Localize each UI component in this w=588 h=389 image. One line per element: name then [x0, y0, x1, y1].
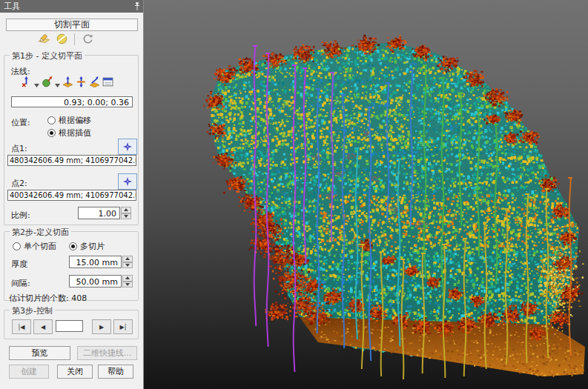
radio-single-slice[interactable]: 单个切面: [13, 241, 56, 252]
pick-point2-button[interactable]: [118, 173, 137, 190]
scale-value[interactable]: 1.00: [78, 207, 120, 219]
normal-value-field[interactable]: 0.93; 0.00; 0.36: [11, 96, 133, 107]
toolbar-separator: [74, 33, 75, 45]
go-last-button[interactable]: ▶|: [113, 319, 133, 334]
help-button[interactable]: 帮助: [98, 365, 133, 379]
dropdown-caret-icon[interactable]: [55, 76, 60, 90]
radio-dot: [47, 116, 56, 124]
close-button[interactable]: 关闭: [57, 365, 93, 379]
point1-label: 点1:: [11, 143, 27, 154]
point-cloud-canvas[interactable]: [143, 0, 588, 389]
interval-down-button[interactable]: [122, 282, 133, 288]
dialog-toolbar: [37, 32, 94, 46]
scale-down-button[interactable]: [121, 213, 131, 220]
thickness-spinner: 15.00 mm: [69, 256, 133, 268]
tools-panel: 工具 切割平面 第1步 - 定义切平面 法线: 0.: [0, 0, 144, 389]
thickness-label: 厚度: [11, 259, 27, 270]
step3-label: 第3步-控制: [10, 305, 55, 316]
slice-count-estimate: 估计切片的个数: 408: [9, 293, 87, 304]
point2-value-field[interactable]: 400342606.49 mm; 4106977042.00 mm: [7, 190, 136, 201]
point1-value-field[interactable]: 480342606.49 mm; 4106977042.00 mm: [7, 155, 136, 166]
interval-up-button[interactable]: [122, 275, 133, 282]
values-dialog-icon[interactable]: [102, 76, 113, 90]
pin-icon[interactable]: [133, 1, 141, 11]
polyline-2d-button[interactable]: 二维快捷线...: [77, 346, 137, 360]
scale-up-button[interactable]: [121, 207, 131, 213]
go-previous-button[interactable]: ◀: [33, 319, 53, 334]
dropdown-caret-icon[interactable]: [34, 76, 39, 90]
normal-icon-row: [21, 76, 113, 90]
panel-titlebar: 工具: [0, 0, 143, 13]
thickness-up-button[interactable]: [122, 256, 133, 262]
point2-label: 点2:: [11, 178, 27, 189]
step2-group: 第2步-定义切面 单个切面 多切片 厚度 15.00 mm 间隔: 50.00 …: [4, 231, 139, 301]
pick-normal-icon[interactable]: [21, 76, 32, 90]
radio-by-interpolation[interactable]: 根据插值: [47, 127, 91, 139]
radio-dot: [47, 129, 56, 137]
scale-spinner: 1.00: [78, 207, 131, 219]
pick-point1-button[interactable]: [118, 139, 137, 155]
interval-spinner: 50.00 mm: [69, 275, 133, 287]
normal-sphere-icon[interactable]: [42, 76, 53, 90]
thickness-value[interactable]: 15.00 mm: [69, 256, 122, 268]
preview-button[interactable]: 预览: [9, 346, 70, 360]
radio-single-slice-label: 单个切面: [24, 241, 56, 252]
axis-diagonal-icon[interactable]: [89, 76, 100, 90]
interval-value[interactable]: 50.00 mm: [69, 275, 122, 287]
create-button[interactable]: 创建: [9, 365, 49, 379]
sphere-plane-icon[interactable]: [55, 33, 68, 46]
radio-dot: [69, 242, 77, 250]
flip-normal-icon[interactable]: [76, 76, 87, 90]
interval-label: 间隔:: [11, 278, 30, 289]
radio-dot: [13, 242, 21, 250]
radio-by-offset[interactable]: 根据偏移: [47, 115, 91, 126]
scale-label: 比例:: [11, 210, 30, 221]
radio-multi-slice[interactable]: 多切片: [69, 241, 105, 252]
thickness-down-button[interactable]: [122, 262, 133, 269]
slice-index-field[interactable]: [56, 320, 83, 332]
radio-multi-slice-label: 多切片: [80, 241, 105, 252]
rotate-tool-icon[interactable]: [81, 33, 94, 46]
edit-plane-icon[interactable]: [37, 33, 50, 46]
radio-by-interpolation-label: 根据插值: [59, 127, 91, 139]
panel-title: 工具: [4, 1, 20, 11]
position-label: 位置:: [11, 117, 30, 128]
3d-viewport[interactable]: [143, 0, 588, 389]
normal-label: 法线:: [11, 66, 30, 77]
step2-label: 第2步-定义切面: [10, 227, 71, 238]
dialog-header: 切割平面: [6, 19, 138, 31]
step3-group: 第3步-控制 |◀ ◀ ▶ ▶|: [4, 310, 139, 339]
axis-x-icon[interactable]: [62, 76, 73, 90]
go-next-button[interactable]: ▶: [92, 319, 111, 334]
go-first-button[interactable]: |◀: [12, 319, 31, 334]
radio-by-offset-label: 根据偏移: [59, 115, 91, 126]
step1-label: 第1步 - 定义切平面: [10, 50, 85, 61]
step1-group: 第1步 - 定义切平面 法线: 0.93; 0.00; 0.36 位置: 根据偏…: [4, 55, 139, 225]
